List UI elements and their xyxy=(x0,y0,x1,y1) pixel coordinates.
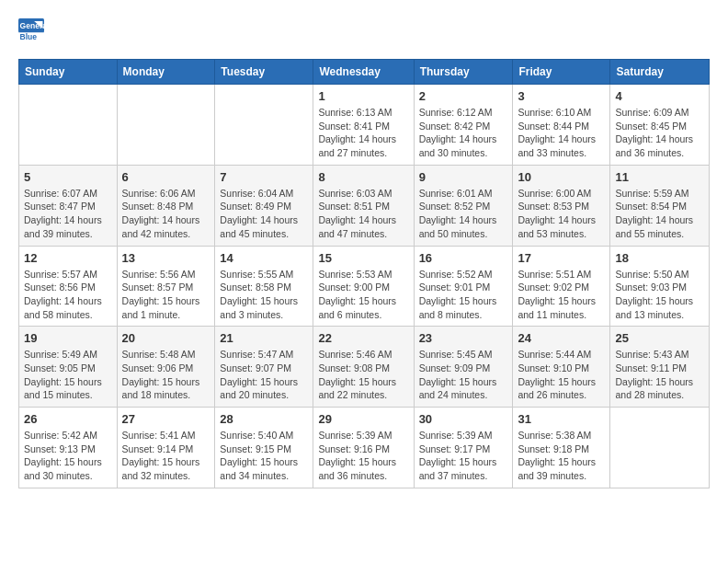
calendar-cell: 8Sunrise: 6:03 AM Sunset: 8:51 PM Daylig… xyxy=(313,165,414,246)
day-info: Sunrise: 6:13 AM Sunset: 8:41 PM Dayligh… xyxy=(318,106,408,160)
calendar-cell: 21Sunrise: 5:47 AM Sunset: 9:07 PM Dayli… xyxy=(215,327,313,408)
calendar-cell xyxy=(19,85,118,166)
day-number: 31 xyxy=(518,412,605,426)
calendar-cell: 10Sunrise: 6:00 AM Sunset: 8:53 PM Dayli… xyxy=(513,165,610,246)
calendar-cell xyxy=(215,85,313,166)
week-row-5: 26Sunrise: 5:42 AM Sunset: 9:13 PM Dayli… xyxy=(19,408,710,488)
day-header-thursday: Thursday xyxy=(414,60,513,85)
day-info: Sunrise: 5:38 AM Sunset: 9:18 PM Dayligh… xyxy=(518,429,605,483)
calendar-cell: 12Sunrise: 5:57 AM Sunset: 8:56 PM Dayli… xyxy=(19,246,118,327)
calendar-cell: 9Sunrise: 6:01 AM Sunset: 8:52 PM Daylig… xyxy=(414,165,513,246)
day-info: Sunrise: 5:45 AM Sunset: 9:09 PM Dayligh… xyxy=(419,348,508,402)
calendar-cell: 5Sunrise: 6:07 AM Sunset: 8:47 PM Daylig… xyxy=(19,165,118,246)
calendar-cell: 17Sunrise: 5:51 AM Sunset: 9:02 PM Dayli… xyxy=(513,246,610,327)
week-row-3: 12Sunrise: 5:57 AM Sunset: 8:56 PM Dayli… xyxy=(19,246,710,327)
calendar-cell: 19Sunrise: 5:49 AM Sunset: 9:05 PM Dayli… xyxy=(19,327,118,408)
day-info: Sunrise: 5:53 AM Sunset: 9:00 PM Dayligh… xyxy=(318,268,408,322)
day-info: Sunrise: 5:49 AM Sunset: 9:05 PM Dayligh… xyxy=(24,348,112,402)
calendar-cell: 30Sunrise: 5:39 AM Sunset: 9:17 PM Dayli… xyxy=(414,408,513,488)
day-info: Sunrise: 6:12 AM Sunset: 8:42 PM Dayligh… xyxy=(419,106,508,160)
calendar-cell: 31Sunrise: 5:38 AM Sunset: 9:18 PM Dayli… xyxy=(513,408,610,488)
day-info: Sunrise: 6:03 AM Sunset: 8:51 PM Dayligh… xyxy=(318,187,408,241)
day-info: Sunrise: 6:04 AM Sunset: 8:49 PM Dayligh… xyxy=(220,187,308,241)
day-number: 9 xyxy=(419,170,508,184)
calendar-cell: 23Sunrise: 5:45 AM Sunset: 9:09 PM Dayli… xyxy=(414,327,513,408)
days-header-row: SundayMondayTuesdayWednesdayThursdayFrid… xyxy=(19,60,710,85)
day-number: 10 xyxy=(518,170,605,184)
day-number: 26 xyxy=(24,412,112,426)
day-number: 30 xyxy=(419,412,508,426)
day-info: Sunrise: 5:42 AM Sunset: 9:13 PM Dayligh… xyxy=(24,429,112,483)
day-number: 2 xyxy=(419,89,508,103)
day-info: Sunrise: 5:44 AM Sunset: 9:10 PM Dayligh… xyxy=(518,348,605,402)
day-info: Sunrise: 5:55 AM Sunset: 8:58 PM Dayligh… xyxy=(220,268,308,322)
calendar-cell: 16Sunrise: 5:52 AM Sunset: 9:01 PM Dayli… xyxy=(414,246,513,327)
day-number: 16 xyxy=(419,251,508,265)
day-number: 29 xyxy=(318,412,408,426)
day-number: 19 xyxy=(24,331,112,345)
day-info: Sunrise: 5:39 AM Sunset: 9:16 PM Dayligh… xyxy=(318,429,408,483)
calendar-cell: 25Sunrise: 5:43 AM Sunset: 9:11 PM Dayli… xyxy=(610,327,710,408)
week-row-2: 5Sunrise: 6:07 AM Sunset: 8:47 PM Daylig… xyxy=(19,165,710,246)
day-header-friday: Friday xyxy=(513,60,610,85)
day-info: Sunrise: 6:07 AM Sunset: 8:47 PM Dayligh… xyxy=(24,187,112,241)
day-number: 7 xyxy=(220,170,308,184)
calendar-cell: 24Sunrise: 5:44 AM Sunset: 9:10 PM Dayli… xyxy=(513,327,610,408)
day-number: 8 xyxy=(318,170,408,184)
week-row-4: 19Sunrise: 5:49 AM Sunset: 9:05 PM Dayli… xyxy=(19,327,710,408)
day-number: 24 xyxy=(518,331,605,345)
day-number: 12 xyxy=(24,251,112,265)
calendar-table: SundayMondayTuesdayWednesdayThursdayFrid… xyxy=(18,59,710,488)
day-number: 25 xyxy=(615,331,704,345)
day-number: 4 xyxy=(615,89,704,103)
day-number: 14 xyxy=(220,251,308,265)
day-header-saturday: Saturday xyxy=(610,60,710,85)
day-number: 20 xyxy=(122,331,210,345)
day-info: Sunrise: 5:39 AM Sunset: 9:17 PM Dayligh… xyxy=(419,429,508,483)
calendar-cell: 3Sunrise: 6:10 AM Sunset: 8:44 PM Daylig… xyxy=(513,85,610,166)
calendar-cell xyxy=(610,408,710,488)
day-info: Sunrise: 5:57 AM Sunset: 8:56 PM Dayligh… xyxy=(24,268,112,322)
day-info: Sunrise: 5:41 AM Sunset: 9:14 PM Dayligh… xyxy=(122,429,210,483)
day-header-sunday: Sunday xyxy=(19,60,118,85)
day-number: 6 xyxy=(122,170,210,184)
page-header: General Blue xyxy=(18,18,710,44)
day-info: Sunrise: 6:00 AM Sunset: 8:53 PM Dayligh… xyxy=(518,187,605,241)
calendar-cell: 26Sunrise: 5:42 AM Sunset: 9:13 PM Dayli… xyxy=(19,408,118,488)
day-info: Sunrise: 5:48 AM Sunset: 9:06 PM Dayligh… xyxy=(122,348,210,402)
calendar-cell: 11Sunrise: 5:59 AM Sunset: 8:54 PM Dayli… xyxy=(610,165,710,246)
day-number: 21 xyxy=(220,331,308,345)
calendar-cell: 15Sunrise: 5:53 AM Sunset: 9:00 PM Dayli… xyxy=(313,246,414,327)
calendar-cell: 20Sunrise: 5:48 AM Sunset: 9:06 PM Dayli… xyxy=(117,327,215,408)
calendar-cell: 7Sunrise: 6:04 AM Sunset: 8:49 PM Daylig… xyxy=(215,165,313,246)
day-number: 3 xyxy=(518,89,605,103)
day-info: Sunrise: 6:06 AM Sunset: 8:48 PM Dayligh… xyxy=(122,187,210,241)
day-number: 5 xyxy=(24,170,112,184)
day-header-wednesday: Wednesday xyxy=(313,60,414,85)
calendar-cell: 2Sunrise: 6:12 AM Sunset: 8:42 PM Daylig… xyxy=(414,85,513,166)
day-info: Sunrise: 5:59 AM Sunset: 8:54 PM Dayligh… xyxy=(615,187,704,241)
day-info: Sunrise: 5:52 AM Sunset: 9:01 PM Dayligh… xyxy=(419,268,508,322)
day-header-tuesday: Tuesday xyxy=(215,60,313,85)
calendar-cell: 27Sunrise: 5:41 AM Sunset: 9:14 PM Dayli… xyxy=(117,408,215,488)
svg-text:General: General xyxy=(20,21,44,30)
day-number: 27 xyxy=(122,412,210,426)
day-number: 22 xyxy=(318,331,408,345)
calendar-cell: 29Sunrise: 5:39 AM Sunset: 9:16 PM Dayli… xyxy=(313,408,414,488)
day-info: Sunrise: 6:10 AM Sunset: 8:44 PM Dayligh… xyxy=(518,106,605,160)
calendar-cell xyxy=(117,85,215,166)
day-number: 28 xyxy=(220,412,308,426)
day-info: Sunrise: 5:50 AM Sunset: 9:03 PM Dayligh… xyxy=(615,268,704,322)
calendar-cell: 4Sunrise: 6:09 AM Sunset: 8:45 PM Daylig… xyxy=(610,85,710,166)
day-info: Sunrise: 5:40 AM Sunset: 9:15 PM Dayligh… xyxy=(220,429,308,483)
calendar-cell: 28Sunrise: 5:40 AM Sunset: 9:15 PM Dayli… xyxy=(215,408,313,488)
calendar-cell: 13Sunrise: 5:56 AM Sunset: 8:57 PM Dayli… xyxy=(117,246,215,327)
day-number: 17 xyxy=(518,251,605,265)
day-info: Sunrise: 5:56 AM Sunset: 8:57 PM Dayligh… xyxy=(122,268,210,322)
day-info: Sunrise: 5:43 AM Sunset: 9:11 PM Dayligh… xyxy=(615,348,704,402)
day-info: Sunrise: 6:09 AM Sunset: 8:45 PM Dayligh… xyxy=(615,106,704,160)
day-number: 1 xyxy=(318,89,408,103)
day-number: 13 xyxy=(122,251,210,265)
day-number: 18 xyxy=(615,251,704,265)
day-info: Sunrise: 5:47 AM Sunset: 9:07 PM Dayligh… xyxy=(220,348,308,402)
